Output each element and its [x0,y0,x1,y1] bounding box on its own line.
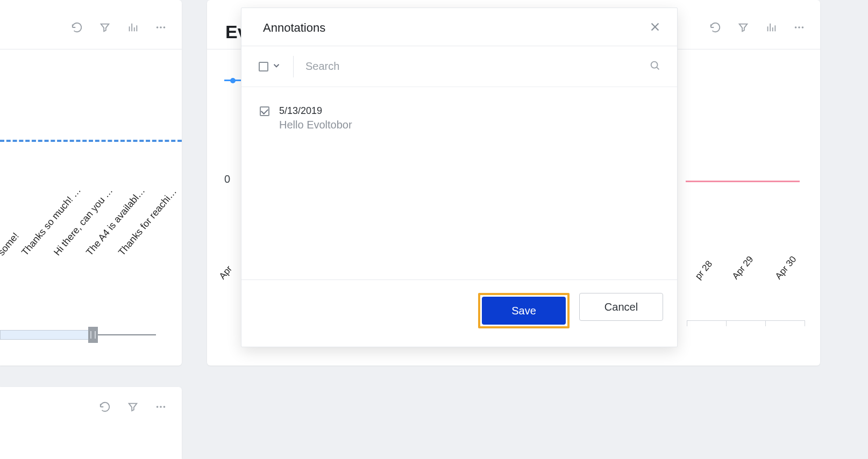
modal-footer: Save Cancel [241,279,677,341]
select-all-toggle[interactable] [259,56,294,77]
slider-handle[interactable] [88,327,98,343]
range-slider[interactable] [0,327,156,340]
mini-range-track[interactable] [687,320,805,329]
chevron-down-icon[interactable] [272,61,281,73]
x-label: Thanks so much! … [19,185,83,258]
checkbox-icon[interactable] [259,62,268,71]
refresh-icon[interactable] [709,21,721,33]
modal-title: Annotations [263,21,325,35]
annotation-title: Hello Evoltobor [279,119,352,131]
modal-header: Annotations [241,8,677,46]
filter-icon[interactable] [737,21,749,33]
svg-point-1 [160,26,162,28]
modal-search-row [241,46,677,87]
refresh-icon[interactable] [71,21,83,33]
more-icon[interactable] [155,401,167,413]
refresh-icon[interactable] [99,401,111,413]
search-icon[interactable] [649,60,661,74]
svg-point-9 [651,61,658,68]
left-chart-card-2 [0,387,182,459]
x-tick: Apr 29 [730,254,756,282]
chart-dashed-series [0,140,182,142]
x-label: Hi there, can you … [52,185,115,258]
svg-point-5 [163,406,166,408]
svg-point-7 [798,26,800,28]
x-label: Thanks for reachi… [116,186,179,258]
svg-point-8 [802,26,804,28]
svg-point-4 [160,406,162,408]
left-card-toolbar [0,0,182,49]
cancel-button[interactable]: Cancel [579,293,663,321]
more-icon[interactable] [155,21,167,33]
more-icon[interactable] [793,21,805,33]
filter-icon[interactable] [127,401,139,413]
x-ticks-right: pr 28 Apr 29 Apr 30 [701,271,808,282]
chart-pink-series [686,181,800,182]
annotation-item[interactable]: 5/13/2019 Hello Evoltobor [260,105,659,131]
x-tick: Apr 30 [773,254,799,282]
annotation-text: 5/13/2019 Hello Evoltobor [279,105,352,131]
bar-chart-icon[interactable] [127,21,139,33]
annotation-date: 5/13/2019 [279,105,352,117]
highlight-save: Save [478,293,570,328]
x-label: The A4 is availabl… [84,185,147,258]
close-icon[interactable] [649,21,661,35]
x-tick: Apr [217,264,234,282]
svg-point-0 [156,26,159,28]
svg-point-2 [163,26,166,28]
x-label: some! [0,231,22,258]
annotations-modal: Annotations 5/13/2019 Hello Evoltobor Sa… [241,8,678,347]
left-chart-card: some! Thanks so much! … Hi there, can yo… [0,0,182,365]
checkbox-checked-icon[interactable] [260,106,269,116]
svg-point-6 [795,26,797,28]
modal-body: 5/13/2019 Hello Evoltobor [241,87,677,279]
x-tick: pr 28 [693,259,715,282]
x-axis-labels: some! Thanks so much! … Hi there, can yo… [0,172,182,312]
search-input[interactable] [294,60,649,73]
filter-icon[interactable] [99,21,111,33]
svg-point-3 [156,406,159,408]
legend-series-marker [224,75,241,85]
bar-chart-icon[interactable] [765,21,777,33]
save-button[interactable]: Save [482,297,566,325]
y-axis-zero: 0 [224,173,230,185]
